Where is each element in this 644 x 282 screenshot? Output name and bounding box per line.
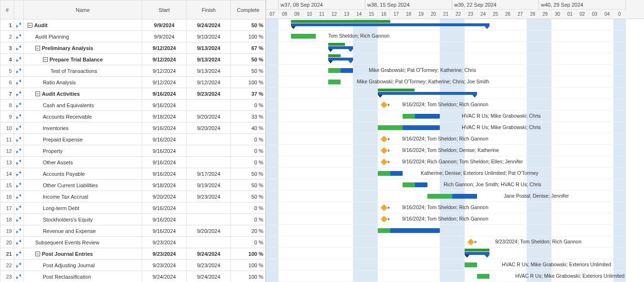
task-name-cell[interactable]: −Preliminary Analysis (23, 42, 142, 54)
table-row[interactable]: 9Accounts Receivable9/18/20249/20/202433… (0, 111, 266, 122)
task-finish[interactable] (187, 134, 231, 145)
task-start[interactable]: 9/16/2024 (142, 225, 187, 237)
task-name-cell[interactable]: Income Tax Accrual (23, 191, 142, 202)
task-start[interactable]: 9/20/2024 (142, 191, 187, 202)
task-finish[interactable] (187, 237, 231, 248)
gantt-row[interactable]: Rich Gannon; Joe Smith; HVAC R Us; Chris (266, 179, 626, 191)
task-name-cell[interactable]: Stockholders's Equity (23, 214, 142, 225)
table-row[interactable]: 16Income Tax Accrual9/20/20249/23/202450… (0, 191, 266, 202)
task-finish[interactable] (187, 202, 231, 214)
table-row[interactable]: 15Other Current Liabilities9/18/20249/19… (0, 180, 266, 191)
table-row[interactable]: 8Cash and Equivalents9/16/20240 % (0, 100, 266, 111)
task-finish[interactable] (187, 157, 231, 168)
col-header-num[interactable]: # (0, 0, 14, 20)
milestone-icon[interactable] (381, 159, 387, 165)
col-header-complete[interactable]: Complete (231, 0, 266, 20)
task-complete[interactable]: 100 % (231, 260, 266, 271)
summary-bar[interactable] (465, 252, 489, 255)
task-finish[interactable] (187, 100, 231, 111)
gantt-body[interactable]: Tom Sheldon; Rich GannonMike Grabowski; … (266, 19, 644, 282)
gantt-row[interactable]: HVAC R Us; Mike Grabowski; Chris (266, 122, 626, 133)
gantt-row[interactable] (266, 225, 626, 236)
milestone-icon[interactable] (381, 101, 387, 108)
table-row[interactable]: 17Long-term Debt9/16/20240 % (0, 202, 266, 214)
task-complete[interactable]: 0 % (231, 214, 266, 225)
task-finish[interactable]: 9/24/2024 (187, 271, 231, 282)
table-row[interactable]: 14Accounts Payable9/16/20249/17/202450 % (0, 168, 266, 180)
task-complete[interactable]: 0 % (231, 145, 266, 157)
task-bar[interactable] (378, 125, 440, 130)
table-row[interactable]: 22Post Adjusting Journal9/23/20249/23/20… (0, 260, 266, 271)
task-name-cell[interactable]: Revenue and Expense (23, 225, 142, 237)
task-finish[interactable]: 9/23/2024 (187, 88, 231, 100)
table-row[interactable]: 3−Preliminary Analysis9/12/20249/13/2024… (0, 42, 266, 54)
task-complete[interactable]: 50 % (231, 168, 266, 180)
table-row[interactable]: 20Subsequent Events Review9/23/20240 % (0, 237, 266, 248)
task-bar[interactable] (403, 114, 440, 119)
task-name-cell[interactable]: Cash and Equivalents (23, 100, 142, 111)
task-start[interactable]: 9/16/2024 (142, 88, 187, 100)
task-name-cell[interactable]: Test of Transactions (23, 65, 142, 77)
task-finish[interactable] (187, 214, 231, 225)
task-complete[interactable]: 0 % (231, 237, 266, 248)
summary-bar[interactable] (328, 58, 353, 60)
task-name-cell[interactable]: Property (23, 145, 142, 157)
task-start[interactable]: 9/18/2024 (142, 180, 187, 191)
gantt-row[interactable]: 9/23/2024; Tom Sheldon; Rich Gannon (266, 236, 626, 248)
gantt-row[interactable]: Tom Sheldon; Rich Gannon (266, 30, 626, 42)
task-start[interactable]: 9/23/2024 (142, 260, 187, 271)
table-row[interactable]: 5Test of Transactions9/12/20249/13/20245… (0, 65, 266, 77)
summary-bar[interactable] (378, 92, 477, 95)
task-finish[interactable]: 9/20/2024 (187, 225, 231, 237)
table-row[interactable]: 6Ratio Analysis9/12/20249/12/2024100 % (0, 77, 266, 88)
milestone-icon[interactable] (381, 204, 387, 211)
task-start[interactable]: 9/16/2024 (142, 122, 187, 134)
task-bar[interactable] (403, 182, 427, 187)
task-start[interactable]: 9/16/2024 (142, 157, 187, 168)
gantt-pane[interactable]: w37, 08 Sep 2024w38, 15 Sep 2024w39, 22 … (266, 0, 644, 282)
task-complete[interactable]: 50 % (231, 20, 266, 31)
task-finish[interactable]: 9/13/2024 (187, 65, 231, 77)
task-complete[interactable]: 50 % (231, 191, 266, 202)
table-row[interactable]: 23Post Reclassification9/24/20249/24/202… (0, 271, 266, 282)
task-complete[interactable]: 100 % (231, 271, 266, 282)
task-name-cell[interactable]: Inventories (23, 122, 142, 134)
gantt-row[interactable]: Mike Grabowski; Pat O'Tormey; Katherine;… (266, 76, 626, 88)
task-bar[interactable] (378, 171, 403, 176)
task-name-cell[interactable]: Accounts Payable (23, 168, 142, 180)
task-start[interactable]: 9/16/2024 (142, 134, 187, 145)
task-finish[interactable]: 9/17/2024 (187, 168, 231, 180)
task-finish[interactable]: 9/24/2024 (187, 20, 231, 31)
gantt-row[interactable]: 9/16/2024; Tom Sheldon; Rich Gannon (266, 202, 626, 213)
task-complete[interactable]: 0 % (231, 134, 266, 145)
milestone-icon[interactable] (381, 216, 387, 222)
gantt-row[interactable] (266, 53, 626, 65)
task-start[interactable]: 9/16/2024 (142, 145, 187, 157)
col-header-name[interactable]: Name (23, 0, 142, 20)
task-start[interactable]: 9/23/2024 (142, 237, 187, 248)
task-bar[interactable] (378, 228, 440, 233)
table-row[interactable]: 19Revenue and Expense9/16/20249/20/20242… (0, 225, 266, 237)
task-start[interactable]: 9/23/2024 (142, 248, 187, 260)
task-name-cell[interactable]: −Prepare Trial Balance (23, 54, 142, 65)
gantt-row[interactable]: 9/16/2024; Tom Sheldon; Denise; Katherin… (266, 145, 626, 156)
task-start[interactable]: 9/24/2024 (142, 271, 187, 282)
task-finish[interactable] (187, 145, 231, 157)
table-row[interactable]: 1−Audit9/9/20249/24/202450 % (0, 20, 266, 31)
collapse-toggle-icon[interactable]: − (28, 23, 32, 28)
gantt-row[interactable] (266, 42, 626, 53)
table-row[interactable]: 10Inventories9/16/20249/20/202440 % (0, 122, 266, 134)
task-name-cell[interactable]: Other Assets (23, 157, 142, 168)
task-name-cell[interactable]: Ratio Analysis (23, 77, 142, 88)
task-bar[interactable] (328, 68, 353, 73)
task-name-cell[interactable]: Other Current Liabilities (23, 180, 142, 191)
task-complete[interactable]: 67 % (231, 42, 266, 54)
task-complete[interactable]: 50 % (231, 54, 266, 65)
task-complete[interactable]: 40 % (231, 122, 266, 134)
task-start[interactable]: 9/9/2024 (142, 31, 187, 42)
table-row[interactable]: 4−Prepare Trial Balance9/12/20249/13/202… (0, 54, 266, 65)
task-complete[interactable]: 0 % (231, 100, 266, 111)
task-complete[interactable]: 100 % (231, 248, 266, 260)
task-finish[interactable]: 9/10/2024 (187, 31, 231, 42)
task-name-cell[interactable]: Long-term Debt (23, 202, 142, 214)
